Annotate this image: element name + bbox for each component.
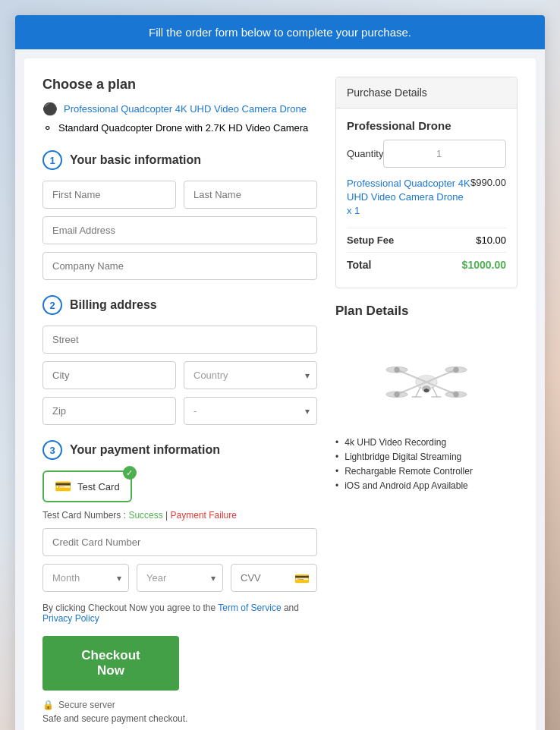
email-field (42, 216, 317, 244)
step1-label: Your basic information (70, 153, 201, 167)
country-select[interactable]: Country (184, 361, 317, 389)
feature-item: Rechargable Remote Controller (335, 466, 518, 477)
radio-selected-icon: ⚫ (42, 102, 58, 116)
cvv-field: 💳 (231, 564, 317, 592)
step2-header: 2 Billing address (42, 295, 317, 315)
year-select-wrapper: Year 202420252026 202720282029 (137, 564, 223, 592)
plan-pro-label: Professional Quadcopter 4K UHD Video Cam… (64, 103, 307, 115)
svg-point-11 (395, 367, 400, 373)
plan-std-label: Standard Quadcopter Drone with 2.7K HD V… (58, 122, 308, 134)
total-row: Total $1000.00 (347, 259, 506, 271)
secure-info: 🔒 Secure server (42, 700, 317, 710)
drone-image (335, 328, 518, 426)
month-select[interactable]: Month 010203 040506 070809 101112 (42, 564, 129, 592)
city-country-row: Country (42, 361, 317, 389)
test-card-label: Test Card (77, 481, 120, 492)
feature-item: Lightbridge Digital Streaming (335, 452, 518, 462)
svg-line-15 (416, 387, 421, 397)
quantity-input[interactable] (383, 140, 506, 168)
step3-circle: 3 (42, 440, 62, 460)
check-badge: ✓ (123, 466, 137, 480)
test-card-success: Success (128, 510, 162, 521)
email-row (42, 216, 317, 244)
test-card-numbers: Test Card Numbers : Success | Payment Fa… (42, 510, 317, 521)
top-banner: Fill the order form below to complete yo… (15, 15, 545, 49)
divider1 (347, 228, 506, 228)
month-select-wrapper: Month 010203 040506 070809 101112 (42, 564, 129, 592)
expiry-cvv-row: Month 010203 040506 070809 101112 Year 2… (42, 564, 317, 592)
purchase-details-body: Professional Drone Quantity Professional… (336, 109, 517, 288)
secure-label: Secure server (58, 700, 115, 710)
email-input[interactable] (42, 216, 317, 244)
last-name-input[interactable] (184, 181, 317, 209)
company-field (42, 252, 317, 280)
checkout-button[interactable]: Checkout Now (42, 636, 179, 691)
terms-of-service-link[interactable]: Term of Service (218, 603, 281, 613)
plan-details-title: Plan Details (335, 304, 518, 319)
last-name-field (184, 181, 317, 209)
step2-label: Billing address (70, 298, 157, 312)
company-row (42, 252, 317, 280)
name-row (42, 181, 317, 209)
cc-number-input[interactable] (42, 528, 317, 556)
first-name-field (42, 181, 176, 209)
step1-circle: 1 (42, 150, 62, 170)
year-select[interactable]: Year 202420252026 202720282029 (137, 564, 223, 592)
street-row (42, 326, 317, 354)
step3-label: Your payment information (70, 443, 220, 457)
state-select-wrapper: - (184, 397, 317, 425)
test-card-failure: Payment Failure (171, 510, 237, 521)
test-card-btn[interactable]: 💳 Test Card ✓ (42, 470, 132, 502)
quantity-row: Quantity (347, 140, 506, 168)
step1-header: 1 Your basic information (42, 150, 317, 170)
svg-point-12 (454, 367, 459, 373)
product-line-label: Professional Quadcopter 4K UHD Video Cam… (347, 177, 470, 219)
quantity-label: Quantity (347, 148, 383, 159)
cvv-card-icon: 💳 (294, 571, 310, 585)
cc-number-row (42, 528, 317, 556)
cc-number-field (42, 528, 317, 556)
privacy-policy-link[interactable]: Privacy Policy (42, 613, 99, 624)
left-panel: Choose a plan ⚫ Professional Quadcopter … (42, 77, 335, 724)
plan-option-std[interactable]: ⚬ Standard Quadcopter Drone with 2.7K HD… (42, 121, 317, 135)
safe-text: Safe and secure payment checkout. (42, 713, 317, 724)
setup-fee-label: Setup Fee (347, 234, 394, 246)
lock-icon: 🔒 (42, 700, 54, 710)
product-line-price: $990.00 (470, 177, 506, 219)
state-select[interactable]: - (184, 397, 317, 425)
credit-card-icon: 💳 (55, 478, 71, 495)
step3-header: 3 Your payment information (42, 440, 317, 460)
product-title: Professional Drone (347, 119, 506, 132)
choose-plan-title: Choose a plan (42, 77, 317, 93)
total-amount: $1000.00 (462, 259, 506, 271)
radio-unselected-icon: ⚬ (42, 121, 52, 135)
company-input[interactable] (42, 252, 317, 280)
step2-circle: 2 (42, 295, 62, 315)
right-panel: Purchase Details Professional Drone Quan… (335, 77, 518, 724)
terms-text: By clicking Checkout Now you agree to th… (42, 603, 317, 624)
svg-point-2 (424, 389, 429, 392)
total-label: Total (347, 259, 371, 271)
purchase-details-box: Purchase Details Professional Drone Quan… (335, 77, 518, 288)
feature-item: iOS and Android App Available (335, 480, 518, 491)
purchase-details-header: Purchase Details (336, 77, 517, 109)
svg-point-13 (395, 392, 400, 397)
svg-point-14 (454, 392, 459, 397)
country-select-wrapper: Country (184, 361, 317, 389)
plan-features-list: 4k UHD Video Recording Lightbridge Digit… (335, 437, 518, 491)
feature-item: 4k UHD Video Recording (335, 437, 518, 448)
product-line-item: Professional Quadcopter 4K UHD Video Cam… (347, 177, 506, 219)
street-input[interactable] (42, 326, 317, 354)
first-name-input[interactable] (42, 181, 176, 209)
zip-field (42, 397, 176, 425)
setup-fee-row: Setup Fee $10.00 (347, 234, 506, 246)
zip-input[interactable] (42, 397, 176, 425)
city-input[interactable] (42, 361, 176, 389)
svg-line-16 (433, 387, 438, 397)
setup-fee-amount: $10.00 (476, 234, 506, 246)
street-field (42, 326, 317, 354)
plan-option-pro[interactable]: ⚫ Professional Quadcopter 4K UHD Video C… (42, 102, 317, 116)
divider2 (347, 252, 506, 253)
zip-state-row: - (42, 397, 317, 425)
city-field (42, 361, 176, 389)
